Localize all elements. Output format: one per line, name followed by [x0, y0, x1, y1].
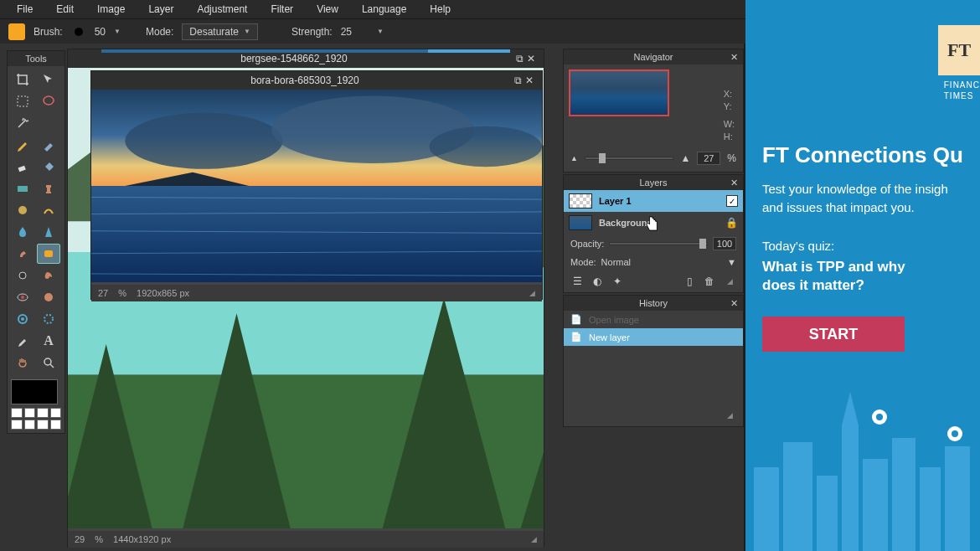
slider-thumb[interactable] [699, 239, 706, 249]
crop-tool-icon[interactable] [11, 70, 34, 90]
menu-view[interactable]: View [305, 1, 350, 18]
pinch-tool-icon[interactable] [37, 309, 60, 329]
marquee-tool-icon[interactable] [11, 91, 34, 111]
canvas-window-bora[interactable]: bora-bora-685303_1920 ⧉ ✕ [90, 70, 543, 300]
wand-tool-icon[interactable] [11, 113, 34, 133]
blur-tool-icon[interactable] [11, 222, 34, 242]
history-header[interactable]: History ✕ [564, 296, 743, 311]
canvas-titlebar[interactable]: bergsee-1548662_1920 ⧉ ✕ [68, 49, 544, 68]
layer-styles-icon[interactable]: ✦ [609, 274, 626, 289]
slider-thumb[interactable] [599, 153, 606, 163]
zoom-input[interactable] [697, 152, 720, 165]
spot-heal-tool-icon[interactable] [37, 287, 60, 307]
navigator-panel: Navigator ✕ X: Y: W: H: ▲ ▲ % [563, 49, 744, 173]
eraser-tool-icon[interactable] [11, 157, 34, 177]
menu-adjustment[interactable]: Adjustment [185, 1, 259, 18]
stamp-tool-icon[interactable] [37, 178, 60, 198]
blend-mode-dropdown[interactable]: Normal [601, 257, 723, 267]
swatch[interactable] [37, 420, 49, 430]
redeye-tool-icon[interactable] [11, 287, 34, 307]
bloat-tool-icon[interactable] [11, 309, 34, 329]
strength-dropdown-icon[interactable]: ▼ [377, 28, 384, 35]
sponge-tool-icon[interactable] [37, 244, 60, 264]
pencil-tool-icon[interactable] [11, 135, 34, 155]
gradient-tool-icon[interactable] [11, 178, 34, 198]
type-tool-icon[interactable]: A [37, 331, 60, 351]
layer-row[interactable]: Layer 1 ✓ [564, 190, 743, 212]
swatch[interactable] [24, 408, 36, 418]
workspace: bergsee-1548662_1920 ⧉ ✕ 29 % 1440x1920 … [0, 44, 744, 551]
burn-tool-icon[interactable] [37, 265, 60, 286]
drawing-tool-icon[interactable] [37, 200, 60, 220]
tools-panel: Tools A [7, 50, 65, 434]
eyedropper-tool-icon[interactable] [11, 331, 34, 351]
hand-tool-icon[interactable] [11, 353, 34, 373]
canvas-titlebar[interactable]: bora-bora-685303_1920 ⧉ ✕ [91, 71, 542, 90]
lasso-tool-icon[interactable] [37, 91, 60, 111]
new-layer-icon[interactable]: ▯ [681, 274, 698, 289]
layer-settings-icon[interactable]: ☰ [569, 274, 585, 289]
start-button[interactable]: START [762, 317, 905, 352]
zoom-slider-track[interactable] [585, 157, 674, 160]
dodge-tool-icon[interactable] [11, 265, 34, 286]
canvas-dims: 1920x865 px [137, 288, 189, 298]
smudge-tool-icon[interactable] [11, 244, 34, 264]
resize-grip-icon[interactable]: ◢ [721, 274, 738, 289]
sharpen-tool-icon[interactable] [37, 222, 60, 242]
close-icon[interactable]: ✕ [525, 53, 537, 64]
layers-header[interactable]: Layers ✕ [564, 175, 743, 190]
maximize-icon[interactable]: ⧉ [512, 75, 524, 86]
svg-point-32 [21, 317, 24, 321]
menu-file[interactable]: File [5, 1, 44, 18]
chevron-down-icon[interactable]: ▼ [727, 257, 736, 267]
swatch[interactable] [37, 408, 49, 418]
resize-grip-icon[interactable]: ◢ [531, 535, 537, 543]
layer-mask-icon[interactable]: ◐ [589, 274, 606, 289]
resize-grip-icon[interactable]: ◢ [529, 289, 535, 297]
close-icon[interactable]: ✕ [730, 178, 738, 188]
history-item[interactable]: 📄 New layer [564, 328, 743, 346]
brush-size-value[interactable]: 50 [95, 26, 106, 38]
layer-name[interactable]: Background [599, 218, 719, 228]
mode-dropdown[interactable]: Desaturate ▼ [182, 23, 258, 40]
zoom-tool-icon[interactable] [37, 353, 60, 373]
zoom-out-icon[interactable]: ▲ [570, 154, 578, 162]
move-tool-icon[interactable] [37, 70, 60, 90]
layer-name[interactable]: Layer 1 [599, 196, 720, 206]
svg-line-35 [50, 364, 54, 368]
swatch[interactable] [50, 408, 62, 418]
menu-edit[interactable]: Edit [44, 1, 85, 18]
canvas-body[interactable]: 27 % 1920x865 px ◢ [91, 90, 542, 299]
opacity-slider[interactable] [609, 242, 708, 245]
swatch[interactable] [50, 420, 62, 430]
maximize-icon[interactable]: ⧉ [513, 53, 525, 64]
close-icon[interactable]: ✕ [730, 52, 738, 63]
layer-row[interactable]: Background 🔒 [564, 212, 743, 234]
menu-help[interactable]: Help [418, 1, 462, 18]
navigator-header[interactable]: Navigator ✕ [564, 49, 743, 64]
close-icon[interactable]: ✕ [524, 75, 535, 86]
right-panel-dock: Navigator ✕ X: Y: W: H: ▲ ▲ % [563, 49, 744, 551]
foreground-color-swatch[interactable] [11, 379, 58, 404]
menu-image[interactable]: Image [85, 1, 137, 18]
strength-value[interactable]: 25 [341, 26, 352, 38]
menu-filter[interactable]: Filter [259, 1, 305, 18]
swatch[interactable] [11, 420, 23, 430]
layer-visibility-checkbox[interactable]: ✓ [726, 195, 738, 207]
swatch[interactable] [24, 420, 36, 430]
brush-tool-icon[interactable] [37, 135, 60, 155]
brush-size-dropdown-icon[interactable]: ▼ [114, 28, 121, 35]
opacity-input[interactable] [713, 237, 736, 250]
svg-rect-15 [91, 186, 542, 282]
zoom-in-icon[interactable]: ▲ [680, 152, 690, 164]
replace-color-tool-icon[interactable] [11, 200, 34, 220]
resize-grip-icon[interactable]: ◢ [721, 408, 738, 423]
close-icon[interactable]: ✕ [730, 298, 738, 309]
bucket-tool-icon[interactable] [37, 157, 60, 177]
navigator-thumbnail[interactable] [569, 70, 669, 116]
delete-layer-icon[interactable]: 🗑 [701, 274, 718, 289]
swatch[interactable] [11, 408, 23, 418]
history-item[interactable]: 📄 Open image [564, 311, 743, 328]
menu-language[interactable]: Language [350, 1, 418, 18]
menu-layer[interactable]: Layer [137, 1, 185, 18]
